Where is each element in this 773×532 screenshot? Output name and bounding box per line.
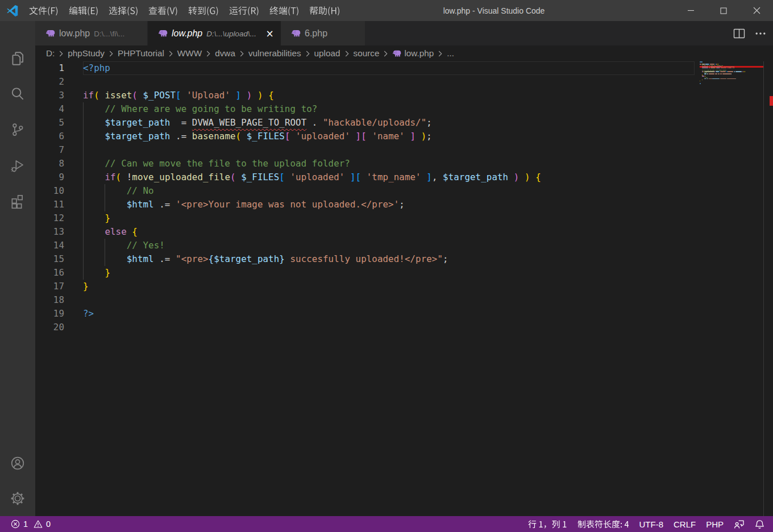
line-number: 8 bbox=[35, 157, 64, 171]
sidebar-item-explorer[interactable] bbox=[0, 41, 35, 76]
code-line-1[interactable]: <?php bbox=[83, 61, 110, 75]
chevron-right-icon bbox=[381, 49, 390, 58]
tab-label: low.php bbox=[59, 28, 90, 39]
breadcrumb-item-d[interactable]: D: bbox=[46, 48, 55, 59]
problems-status[interactable]: 1 0 bbox=[11, 516, 55, 532]
menu-item-selection[interactable] bbox=[103, 0, 143, 21]
breadcrumb: D:phpStudyPHPTutorialWWWdvwavulnerabilit… bbox=[35, 45, 773, 61]
menu-item-help[interactable] bbox=[304, 0, 346, 21]
code-line-12[interactable]: } bbox=[83, 211, 110, 225]
code-line-10[interactable]: // No bbox=[83, 184, 154, 198]
ellipsis-icon bbox=[755, 32, 766, 35]
menu-item-edit[interactable] bbox=[64, 0, 103, 21]
vscode-logo-icon bbox=[6, 5, 18, 17]
line-number: 2 bbox=[35, 75, 64, 89]
status-language-mode[interactable]: PHP bbox=[701, 516, 729, 532]
warning-count: 0 bbox=[46, 519, 51, 529]
tab-low-php-fi[interactable]: low.phpD:\...\fi\... bbox=[35, 21, 148, 45]
line-number: 6 bbox=[35, 130, 64, 143]
code-line-8[interactable]: // Can we move the file to the upload fo… bbox=[83, 157, 350, 171]
tab-bar: low.phpD:\...\fi\...low.phpD:\...\upload… bbox=[35, 21, 773, 45]
line-number: 14 bbox=[35, 239, 64, 252]
line-number: 13 bbox=[35, 225, 64, 239]
code-line-13[interactable]: else { bbox=[83, 225, 138, 239]
code-line-3[interactable]: if( isset( $_POST[ 'Upload' ] ) ) { bbox=[83, 89, 274, 102]
menu-item-terminal[interactable] bbox=[264, 0, 304, 21]
line-number: 16 bbox=[35, 266, 64, 280]
status-cursor-position[interactable] bbox=[523, 516, 572, 532]
breadcrumb-item-phpstudy[interactable]: phpStudy bbox=[68, 48, 105, 59]
minimap[interactable] bbox=[698, 61, 763, 516]
gear-icon bbox=[9, 490, 26, 507]
close-tab-button[interactable]: × bbox=[265, 28, 275, 38]
chevron-right-icon bbox=[238, 49, 246, 58]
code-line-15[interactable]: $html .= "<pre>{$target_path} succesfull… bbox=[83, 252, 448, 266]
error-overview-marker bbox=[770, 96, 773, 106]
code-line-16[interactable]: } bbox=[83, 266, 110, 280]
line-number: 5 bbox=[35, 116, 64, 130]
feedback-icon bbox=[734, 519, 745, 529]
line-number: 12 bbox=[35, 211, 64, 225]
window-title: low.php - Visual Studio Code bbox=[443, 0, 545, 21]
code-line-6[interactable]: $target_path .= basename( $_FILES[ 'uplo… bbox=[83, 130, 432, 143]
status-eol[interactable]: CRLF bbox=[668, 516, 701, 532]
code-line-5[interactable]: $target_path = DVWA_WEB_PAGE_TO_ROOT . "… bbox=[83, 116, 432, 130]
status-encoding[interactable]: UTF-8 bbox=[634, 516, 668, 532]
sidebar-item-extensions[interactable] bbox=[0, 184, 35, 218]
menu-item-view[interactable] bbox=[143, 0, 183, 21]
error-icon bbox=[11, 519, 20, 529]
overview-ruler[interactable] bbox=[764, 61, 773, 516]
editor[interactable]: 1234567891011121314151617181920 <?phpif(… bbox=[35, 61, 773, 516]
status-notifications[interactable] bbox=[750, 516, 770, 532]
menu-item-file[interactable] bbox=[24, 0, 64, 21]
code-line-9[interactable]: if( !move_uploaded_file( $_FILES[ 'uploa… bbox=[83, 171, 541, 184]
activity-bar bbox=[0, 21, 35, 516]
chevron-right-icon bbox=[343, 49, 351, 58]
minimize-icon bbox=[687, 7, 695, 14]
files-icon bbox=[9, 50, 26, 67]
accounts-button[interactable] bbox=[0, 446, 35, 480]
sidebar-item-search[interactable] bbox=[0, 77, 35, 111]
close-window-button[interactable] bbox=[740, 0, 773, 21]
chevron-right-icon bbox=[304, 49, 312, 58]
close-icon bbox=[753, 7, 760, 14]
breadcrumb-item-phptutorial[interactable]: PHPTutorial bbox=[118, 48, 164, 59]
code-line-14[interactable]: // Yes! bbox=[83, 239, 165, 252]
php-file-icon bbox=[392, 49, 401, 57]
tab-description: D:\...\upload\... bbox=[206, 28, 256, 38]
breadcrumb-item-www[interactable]: WWW bbox=[177, 48, 202, 59]
line-number: 20 bbox=[35, 321, 64, 334]
split-editor-button[interactable] bbox=[732, 27, 746, 40]
line-number: 18 bbox=[35, 293, 64, 307]
tab-description: D:\...\fi\... bbox=[94, 28, 124, 38]
menu-item-run[interactable] bbox=[224, 0, 264, 21]
sidebar-item-run-debug[interactable] bbox=[0, 148, 35, 182]
tab-6-php[interactable]: 6.php bbox=[281, 21, 365, 45]
line-number: 10 bbox=[35, 184, 64, 198]
sidebar-item-source-control[interactable] bbox=[0, 113, 35, 147]
breadcrumb-item-source[interactable]: source bbox=[354, 48, 380, 59]
account-icon bbox=[9, 455, 26, 472]
code-line-19[interactable]: ?> bbox=[83, 307, 94, 321]
tab-low-php-upload[interactable]: low.phpD:\...\upload\...× bbox=[148, 21, 281, 45]
menu-item-go[interactable] bbox=[183, 0, 224, 21]
breadcrumb-item-dvwa[interactable]: dvwa bbox=[215, 48, 235, 59]
maximize-button[interactable] bbox=[707, 0, 740, 21]
warning-icon bbox=[34, 519, 43, 529]
breadcrumb-item-lowphp[interactable]: low.php bbox=[392, 48, 434, 59]
extensions-icon bbox=[9, 193, 26, 210]
code-line-17[interactable]: } bbox=[83, 280, 89, 293]
line-number: 1 bbox=[35, 61, 64, 75]
code-line-11[interactable]: $html .= '<pre>Your image was not upload… bbox=[83, 198, 405, 211]
breadcrumb-item-vulnerabilities[interactable]: vulnerabilities bbox=[248, 48, 301, 59]
breadcrumb-item-[interactable]: ... bbox=[447, 48, 454, 59]
line-number: 17 bbox=[35, 280, 64, 293]
status-indentation[interactable] bbox=[572, 516, 634, 532]
status-feedback[interactable] bbox=[729, 516, 750, 532]
code-line-4[interactable]: // Where are we going to be writing to? bbox=[83, 102, 317, 116]
line-number: 11 bbox=[35, 198, 64, 211]
minimize-button[interactable] bbox=[674, 0, 707, 21]
more-actions-button[interactable] bbox=[754, 27, 767, 40]
settings-button[interactable] bbox=[0, 481, 35, 516]
breadcrumb-item-upload[interactable]: upload bbox=[314, 48, 340, 59]
